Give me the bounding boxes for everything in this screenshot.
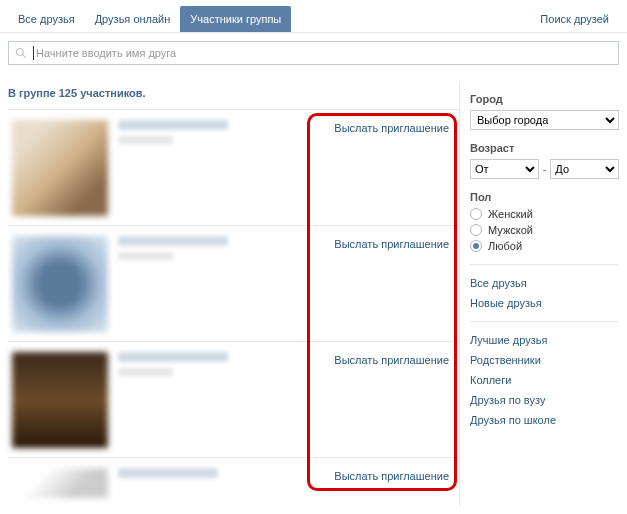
svg-point-0 <box>17 49 24 56</box>
avatar[interactable] <box>12 236 108 332</box>
filter-best-friends[interactable]: Лучшие друзья <box>470 330 619 350</box>
filter-colleagues[interactable]: Коллеги <box>470 370 619 390</box>
sidebar: Город Выбор города Возраст От - До Пол Ж… <box>459 83 619 507</box>
radio-label: Мужской <box>488 224 533 236</box>
invite-link[interactable]: Выслать приглашение <box>334 470 449 482</box>
tab-search-friends[interactable]: Поиск друзей <box>530 6 619 32</box>
member-subtext <box>118 252 173 260</box>
member-info <box>108 236 455 331</box>
group-count-header: В группе 125 участников. <box>8 73 459 109</box>
member-name[interactable] <box>118 468 218 478</box>
member-row: Выслать приглашение <box>8 457 459 507</box>
member-list: Выслать приглашение Выслать приглашение … <box>8 109 459 507</box>
filter-university[interactable]: Друзья по вузу <box>470 390 619 410</box>
age-label: Возраст <box>470 142 619 154</box>
gender-any[interactable]: Любой <box>470 240 619 252</box>
invite-link[interactable]: Выслать приглашение <box>334 354 449 366</box>
city-label: Город <box>470 93 619 105</box>
filter-all-friends[interactable]: Все друзья <box>470 273 619 293</box>
radio-icon <box>470 240 482 252</box>
city-select[interactable]: Выбор города <box>470 110 619 130</box>
tab-all-friends[interactable]: Все друзья <box>8 6 85 32</box>
tab-group-members[interactable]: Участники группы <box>180 6 291 32</box>
filter-group-2: Лучшие друзья Родственники Коллеги Друзь… <box>470 321 619 430</box>
member-subtext <box>118 136 173 144</box>
member-subtext <box>118 368 173 376</box>
member-row: Выслать приглашение <box>8 225 459 341</box>
tab-friends-online[interactable]: Друзья онлайн <box>85 6 181 32</box>
member-row: Выслать приглашение <box>8 341 459 457</box>
invite-link[interactable]: Выслать приглашение <box>334 238 449 250</box>
avatar[interactable] <box>12 352 108 448</box>
radio-label: Любой <box>488 240 522 252</box>
age-dash: - <box>543 163 547 175</box>
member-name[interactable] <box>118 236 228 246</box>
age-from-select[interactable]: От <box>470 159 539 179</box>
gender-male[interactable]: Мужской <box>470 224 619 236</box>
search-row <box>0 33 627 73</box>
city-block: Город Выбор города <box>470 93 619 130</box>
member-name[interactable] <box>118 352 228 362</box>
member-info <box>108 352 455 447</box>
tabs-bar: Все друзья Друзья онлайн Участники групп… <box>0 0 627 33</box>
main-column: В группе 125 участников. Выслать приглаш… <box>8 73 459 507</box>
search-box[interactable] <box>8 41 619 65</box>
gender-label: Пол <box>470 191 619 203</box>
radio-icon <box>470 208 482 220</box>
age-block: Возраст От - До <box>470 142 619 179</box>
avatar[interactable] <box>12 120 108 216</box>
svg-line-1 <box>23 55 26 58</box>
filter-new-friends[interactable]: Новые друзья <box>470 293 619 313</box>
text-caret <box>33 46 34 60</box>
radio-label: Женский <box>488 208 533 220</box>
search-icon <box>15 47 27 59</box>
gender-female[interactable]: Женский <box>470 208 619 220</box>
avatar[interactable] <box>12 468 108 498</box>
search-input[interactable] <box>36 47 612 59</box>
filter-school[interactable]: Друзья по школе <box>470 410 619 430</box>
age-to-select[interactable]: До <box>550 159 619 179</box>
invite-link[interactable]: Выслать приглашение <box>334 122 449 134</box>
filter-group-1: Все друзья Новые друзья <box>470 264 619 313</box>
member-name[interactable] <box>118 120 228 130</box>
member-info <box>108 120 455 215</box>
radio-icon <box>470 224 482 236</box>
gender-block: Пол Женский Мужской Любой <box>470 191 619 252</box>
filter-relatives[interactable]: Родственники <box>470 350 619 370</box>
member-row: Выслать приглашение <box>8 109 459 225</box>
